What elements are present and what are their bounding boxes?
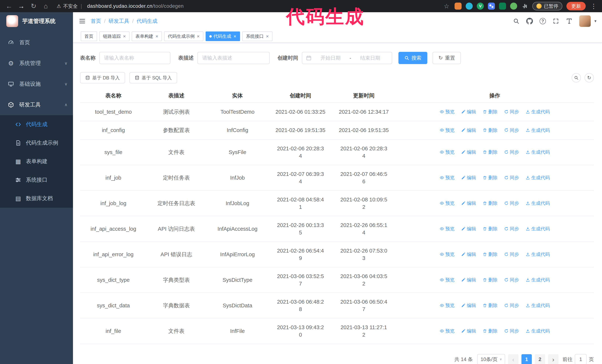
address-bar[interactable]: dashboard.yudao.iocoder.cn/tool/codegen bbox=[87, 3, 184, 9]
table-desc-input[interactable] bbox=[197, 52, 270, 64]
preview-link[interactable]: 预览 bbox=[440, 276, 455, 283]
tab-codegen-example[interactable]: 代码生成示例 × bbox=[164, 31, 203, 41]
edit-link[interactable]: 编辑 bbox=[461, 327, 476, 334]
sync-link[interactable]: 同步 bbox=[504, 250, 519, 258]
generate-code-link[interactable]: 生成代码 bbox=[526, 302, 550, 309]
sync-link[interactable]: 同步 bbox=[504, 276, 519, 283]
sidebar-logo[interactable]: 芋道管理系统 bbox=[0, 12, 73, 30]
tab-system-api[interactable]: 系统接口 × bbox=[242, 31, 272, 41]
edit-link[interactable]: 编辑 bbox=[461, 174, 476, 181]
start-date-placeholder[interactable]: 开始日期 bbox=[313, 55, 348, 61]
tab-home[interactable]: 首页 bbox=[81, 31, 97, 41]
import-sql-button[interactable]: 基于 SQL 导入 bbox=[129, 72, 177, 83]
font-size-icon[interactable] bbox=[566, 18, 572, 24]
browser-forward-icon[interactable]: → bbox=[17, 2, 25, 10]
fullscreen-icon[interactable] bbox=[553, 18, 559, 24]
extension-icon-blue[interactable] bbox=[466, 3, 473, 10]
delete-link[interactable]: 删除 bbox=[483, 225, 497, 232]
preview-link[interactable]: 预览 bbox=[440, 250, 455, 258]
generate-code-link[interactable]: 生成代码 bbox=[526, 148, 550, 156]
date-range-picker[interactable]: 开始日期 - 结束日期 bbox=[302, 52, 392, 64]
preview-link[interactable]: 预览 bbox=[440, 199, 455, 207]
sidebar-item-db-docs[interactable]: ▤ 数据库文档 bbox=[0, 189, 73, 208]
delete-link[interactable]: 删除 bbox=[483, 126, 497, 134]
preview-link[interactable]: 预览 bbox=[440, 327, 455, 334]
paused-badge[interactable]: 已暂停 bbox=[532, 2, 562, 10]
generate-code-link[interactable]: 生成代码 bbox=[526, 199, 550, 207]
avatar[interactable] bbox=[579, 15, 591, 27]
extensions-puzzle-icon[interactable] bbox=[521, 3, 528, 10]
search-button[interactable]: 搜索 bbox=[398, 52, 427, 64]
table-name-input[interactable] bbox=[99, 52, 171, 64]
close-icon[interactable]: × bbox=[197, 33, 200, 39]
goto-page-input[interactable] bbox=[575, 354, 587, 364]
search-icon[interactable] bbox=[513, 18, 520, 24]
extension-icon-orange[interactable] bbox=[455, 3, 462, 10]
sidebar-item-system-api[interactable]: 系统接口 bbox=[0, 171, 73, 189]
hamburger-icon[interactable] bbox=[78, 17, 86, 25]
sync-link[interactable]: 同步 bbox=[504, 225, 519, 232]
refresh-table-button[interactable]: ↻ bbox=[585, 73, 594, 82]
prev-page-button[interactable]: ‹ bbox=[508, 354, 518, 364]
browser-home-icon[interactable]: ⌂ bbox=[42, 2, 50, 10]
delete-link[interactable]: 删除 bbox=[483, 302, 497, 309]
edit-link[interactable]: 编辑 bbox=[461, 148, 476, 156]
close-icon[interactable]: × bbox=[234, 33, 236, 39]
sidebar-item-devtools[interactable]: 研发工具 ∧ bbox=[0, 94, 73, 115]
sync-link[interactable]: 同步 bbox=[504, 302, 519, 309]
next-page-button[interactable]: › bbox=[548, 354, 559, 364]
generate-code-link[interactable]: 生成代码 bbox=[526, 174, 550, 181]
sidebar-item-codegen[interactable]: 代码生成 bbox=[0, 115, 73, 134]
bookmark-star-icon[interactable]: ☆ bbox=[444, 2, 449, 10]
browser-reload-icon[interactable]: ↻ bbox=[30, 2, 37, 10]
edit-link[interactable]: 编辑 bbox=[461, 108, 476, 115]
edit-link[interactable]: 编辑 bbox=[461, 199, 476, 207]
delete-link[interactable]: 删除 bbox=[483, 327, 497, 334]
preview-link[interactable]: 预览 bbox=[440, 108, 455, 115]
edit-link[interactable]: 编辑 bbox=[461, 225, 476, 232]
breadcrumb-home[interactable]: 首页 bbox=[91, 18, 101, 25]
close-icon[interactable]: × bbox=[266, 33, 269, 39]
close-icon[interactable]: × bbox=[155, 33, 158, 39]
edit-link[interactable]: 编辑 bbox=[461, 126, 476, 134]
extension-icon-darkgreen[interactable] bbox=[499, 3, 506, 10]
import-db-button[interactable]: 基于 DB 导入 bbox=[80, 72, 125, 83]
generate-code-link[interactable]: 生成代码 bbox=[526, 276, 550, 283]
sync-link[interactable]: 同步 bbox=[504, 327, 519, 334]
delete-link[interactable]: 删除 bbox=[483, 276, 497, 283]
github-icon[interactable] bbox=[526, 18, 533, 24]
browser-menu-icon[interactable]: ⋮ bbox=[591, 2, 597, 10]
delete-link[interactable]: 删除 bbox=[483, 250, 497, 258]
page-button-1[interactable]: 1 bbox=[521, 354, 532, 364]
preview-link[interactable]: 预览 bbox=[440, 225, 455, 232]
sync-link[interactable]: 同步 bbox=[504, 148, 519, 156]
help-icon[interactable]: ? bbox=[540, 18, 546, 24]
sync-link[interactable]: 同步 bbox=[504, 174, 519, 181]
preview-link[interactable]: 预览 bbox=[440, 148, 455, 156]
tab-form-builder[interactable]: 表单构建 × bbox=[132, 31, 162, 41]
sidebar-item-home[interactable]: 首页 bbox=[0, 32, 73, 53]
sidebar-item-system[interactable]: ⚙ 系统管理 ∨ bbox=[0, 53, 73, 74]
generate-code-link[interactable]: 生成代码 bbox=[526, 108, 550, 115]
generate-code-link[interactable]: 生成代码 bbox=[526, 250, 550, 258]
sidebar-item-form-builder[interactable]: ▦ 表单构建 bbox=[0, 152, 73, 171]
generate-code-link[interactable]: 生成代码 bbox=[526, 327, 550, 334]
tab-codegen[interactable]: 代码生成 × bbox=[206, 31, 240, 41]
sidebar-item-infra[interactable]: 基础设施 ∨ bbox=[0, 74, 73, 94]
sync-link[interactable]: 同步 bbox=[504, 199, 519, 207]
breadcrumb-devtools[interactable]: 研发工具 bbox=[108, 18, 129, 25]
toggle-search-button[interactable] bbox=[572, 73, 581, 82]
end-date-placeholder[interactable]: 结束日期 bbox=[352, 55, 388, 61]
sync-link[interactable]: 同步 bbox=[504, 126, 519, 134]
delete-link[interactable]: 删除 bbox=[483, 148, 497, 156]
browser-update-button[interactable]: 更新 bbox=[566, 2, 586, 10]
page-size-select[interactable]: 10条/页 ▾ bbox=[477, 354, 505, 364]
security-indicator[interactable]: ⚠ 不安全 | bbox=[57, 3, 83, 10]
preview-link[interactable]: 预览 bbox=[440, 174, 455, 181]
browser-back-icon[interactable]: ← bbox=[5, 2, 13, 10]
sidebar-item-codegen-example[interactable]: 代码生成示例 bbox=[0, 134, 73, 152]
edit-link[interactable]: 编辑 bbox=[461, 276, 476, 283]
preview-link[interactable]: 预览 bbox=[440, 302, 455, 309]
sync-link[interactable]: 同步 bbox=[504, 108, 519, 115]
edit-link[interactable]: 编辑 bbox=[461, 250, 476, 258]
